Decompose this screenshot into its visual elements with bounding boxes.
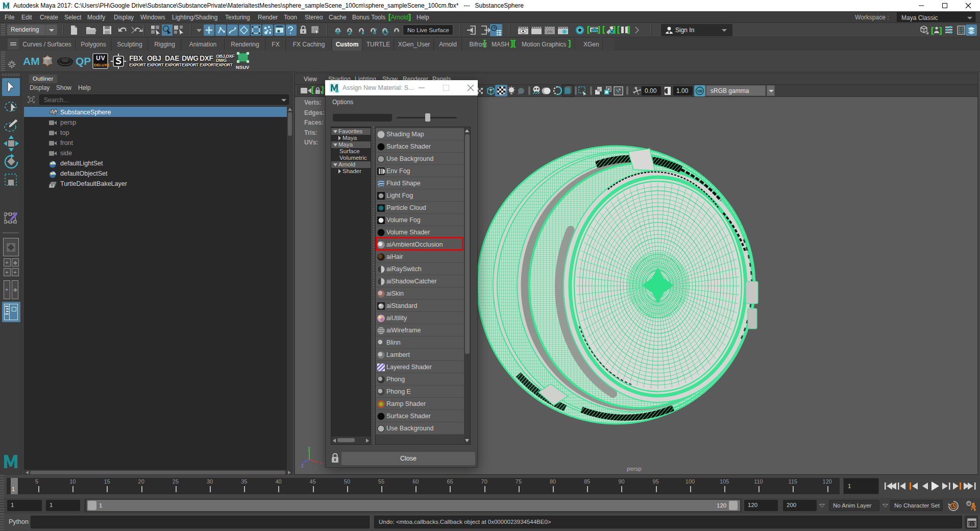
svg-text:IPR: IPR: [547, 30, 553, 34]
svg-text:z: z: [301, 463, 304, 467]
svg-text:{;}: {;}: [968, 522, 976, 527]
svg-text:]: ]: [939, 26, 942, 35]
svg-text:[: [: [931, 26, 934, 35]
svg-text:ON: ON: [697, 89, 702, 93]
svg-text:x: x: [320, 460, 322, 466]
svg-text:y: y: [308, 447, 310, 451]
